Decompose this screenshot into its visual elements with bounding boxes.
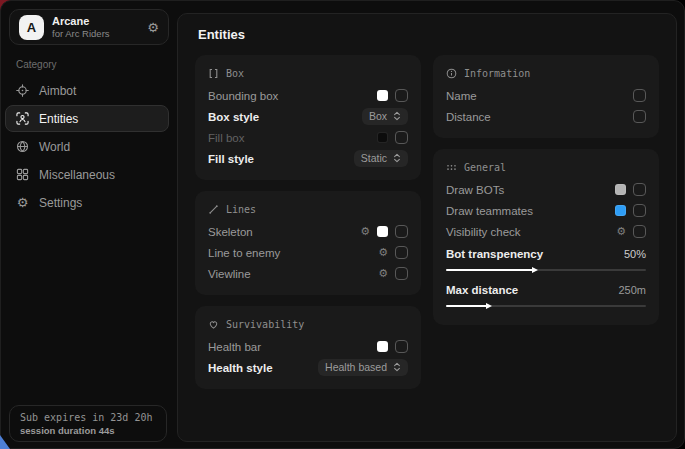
sidebar-item-label: Entities [39,112,78,126]
heart-icon [208,319,219,330]
left-column: Box Bounding box Box style Box [195,55,421,400]
select-value: Box [369,111,387,123]
right-column: Information Name Distance [433,55,659,400]
slider-fill[interactable] [446,269,536,271]
slider-max-distance: Max distance 250m [446,278,646,307]
slider-label: Bot transpenency [446,248,543,260]
checkbox[interactable] [395,340,408,353]
checkbox[interactable] [395,89,408,102]
panel-lines: Lines Skeleton ⚙ Line to enemy ⚙ [195,191,421,295]
slider-track[interactable] [446,305,646,307]
row-label: Health bar [208,341,261,353]
gear-icon[interactable]: ⚙ [378,268,388,279]
row-label: Name [446,90,477,102]
row-health-bar: Health bar [208,336,408,357]
sidebar-item-label: Miscellaneous [39,168,115,182]
row-box-style: Box style Box [208,106,408,127]
app-window: A Arcane for Arc Riders ⚙ Category Aimbo… [0,0,685,449]
fill-style-select[interactable]: Static [354,150,408,168]
row-line-to-enemy: Line to enemy ⚙ [208,242,408,263]
sidebar: A Arcane for Arc Riders ⚙ Category Aimbo… [1,1,173,448]
checkbox[interactable] [395,131,408,144]
checkbox[interactable] [633,110,646,123]
row-distance: Distance [446,106,646,127]
gear-icon[interactable]: ⚙ [360,226,370,237]
row-visibility-check: Visibility check ⚙ [446,221,646,242]
row-skeleton: Skeleton ⚙ [208,221,408,242]
sidebar-item-miscellaneous[interactable]: Miscellaneous [5,161,169,188]
panel-title: Information [464,68,530,79]
sidebar-item-entities[interactable]: Entities [5,105,169,132]
row-label: Draw BOTs [446,184,504,196]
entity-scan-icon [16,112,29,125]
color-swatch[interactable] [377,226,388,237]
gear-icon[interactable]: ⚙ [378,247,388,258]
sidebar-item-label: Aimbot [39,84,76,98]
row-name: Name [446,85,646,106]
checkbox[interactable] [633,89,646,102]
category-label: Category [16,59,173,70]
app-title: Arcane [52,15,110,28]
panel-title: Lines [226,204,256,215]
checkbox[interactable] [633,204,646,217]
slider-bot-transparency: Bot transpenency 50% [446,242,646,271]
row-draw-bots: Draw BOTs [446,179,646,200]
panel-information: Information Name Distance [433,55,659,138]
app-logo: A [19,15,44,40]
row-viewline: Viewline ⚙ [208,263,408,284]
row-label: Draw teammates [446,205,533,217]
gear-icon: ⚙ [16,196,29,209]
color-swatch[interactable] [615,184,626,195]
checkbox[interactable] [633,225,646,238]
slider-fill[interactable] [446,305,490,307]
line-tool-icon [208,204,219,215]
panel-title: General [464,162,506,173]
chevron-updown-icon [393,153,401,163]
row-draw-teammates: Draw teammates [446,200,646,221]
row-label: Box style [208,111,259,123]
row-label: Line to enemy [208,247,280,259]
checkbox[interactable] [395,246,408,259]
sidebar-item-label: World [39,140,70,154]
panel-box: Box Bounding box Box style Box [195,55,421,180]
sidebar-item-world[interactable]: World [5,133,169,160]
session-duration-text: session duration 44s [20,424,156,437]
row-label: Distance [446,111,491,123]
sub-expiry-text: Sub expires in 23d 20h [20,411,156,424]
sidebar-item-label: Settings [39,196,82,210]
chevron-updown-icon [393,362,401,372]
gear-icon[interactable]: ⚙ [616,226,626,237]
row-fill-style: Fill style Static [208,148,408,169]
row-label: Fill style [208,153,254,165]
dots-grid-icon [446,162,457,173]
select-value: Static [361,153,387,165]
box-style-select[interactable]: Box [362,108,408,126]
color-swatch[interactable] [377,132,388,143]
health-style-select[interactable]: Health based [318,359,408,377]
color-swatch[interactable] [615,205,626,216]
slider-value: 50% [624,248,646,260]
row-label: Fill box [208,132,244,144]
checkbox[interactable] [395,225,408,238]
crosshair-icon [16,84,29,97]
subscription-info: Sub expires in 23d 20h session duration … [9,405,167,442]
select-value: Health based [325,362,387,374]
slider-track[interactable] [446,269,646,271]
panel-title: Box [226,68,244,79]
brackets-icon [208,68,219,79]
row-label: Viewline [208,268,251,280]
color-swatch[interactable] [377,90,388,101]
grid-icon [16,168,29,181]
checkbox[interactable] [633,183,646,196]
row-label: Skeleton [208,226,253,238]
page-title: Entities [198,27,659,42]
chevron-updown-icon [393,111,401,121]
sidebar-item-settings[interactable]: ⚙ Settings [5,189,169,216]
color-swatch[interactable] [377,341,388,352]
row-bounding-box: Bounding box [208,85,408,106]
checkbox[interactable] [395,267,408,280]
row-label: Visibility check [446,226,521,238]
slider-label: Max distance [446,284,518,296]
gear-icon[interactable]: ⚙ [147,21,159,34]
sidebar-item-aimbot[interactable]: Aimbot [5,77,169,104]
